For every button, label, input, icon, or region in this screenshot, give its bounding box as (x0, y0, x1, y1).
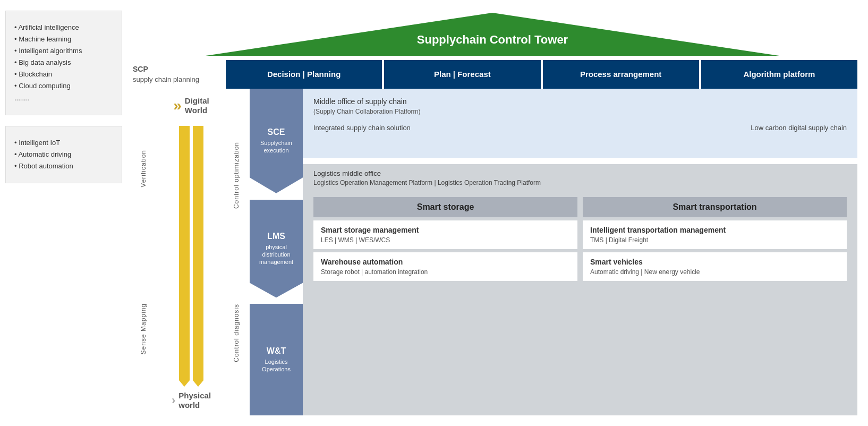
sce-integrated-label: Integrated supply chain solution (313, 124, 411, 132)
lms-label: LMS (267, 232, 285, 241)
tab-decision-planning: Decision | Planning (226, 60, 382, 89)
tech-item-7: ........ (14, 92, 113, 104)
sce-middle-office-subtitle: (Supply Chain Collaboration Platform) (313, 108, 847, 115)
sce-label: SCE (268, 127, 285, 137)
control-diagnosis-label: Control diagnosis (233, 304, 240, 362)
lms-logistics-title: Logistics middle office (313, 169, 847, 177)
tab-plan-forecast: Plan | Forecast (384, 60, 540, 89)
tech-box: • Artificial intelligence • Machine lear… (5, 11, 122, 115)
control-tower-wrapper: Supplychain Control Tower (127, 11, 857, 60)
lms-panel: Logistics middle office Logistics Operat… (303, 164, 857, 192)
smart-storage-title: Smart storage (313, 197, 577, 217)
sce-sublabel: Supplychainexecution (260, 139, 292, 155)
iot-item-2: • Automatic driving (14, 149, 113, 160)
wt-label: W&T (267, 346, 286, 356)
verification-label: Verification (138, 146, 149, 192)
yellow-arrow-2 (193, 126, 203, 380)
wt-panel: Smart storage Smart storage management L… (303, 192, 857, 415)
body-area: Verification Sense Mapping » DigitalWorl… (127, 89, 857, 415)
center-blocks-col: SCE Supplychainexecution LMS physicaldis… (250, 89, 303, 415)
scp-label: SCP supply chain planning (127, 60, 226, 89)
tech-item-4: • Big data analysis (14, 57, 113, 69)
digital-world-label: DigitalWorld (185, 96, 209, 115)
sidebar: • Artificial intelligence • Machine lear… (5, 11, 122, 415)
control-labels-col: Control optimization Control diagnosis (223, 89, 250, 415)
warehouse-automation-subtitle: Storage robot | automation integration (321, 268, 570, 276)
gap-2 (250, 297, 303, 304)
tech-list: • Artificial intelligence • Machine lear… (14, 22, 113, 104)
wt-block: W&T LogisticsOperations (250, 304, 303, 415)
tech-item-2: • Machine learning (14, 33, 113, 45)
smart-storage-mgmt-title: Smart storage management (321, 226, 570, 234)
sce-panel: Middle office of supply chain (Supply Ch… (303, 89, 857, 158)
tech-item-5: • Blockchain (14, 69, 113, 80)
world-arrows-col: » DigitalWorld (159, 89, 223, 415)
iot-item-3: • Robot automation (14, 160, 113, 172)
warehouse-automation-title: Warehouse automation (321, 258, 570, 266)
single-chevron-icon: › (172, 395, 175, 406)
intelligent-transport-mgmt-subtitle: TMS | Digital Freight (590, 236, 839, 244)
physical-world-label: Physicalworld (178, 391, 211, 410)
lms-logistics-subtitle: Logistics Operation Management Platform … (313, 179, 847, 186)
wt-grid: Smart storage Smart storage management L… (313, 197, 847, 415)
control-tower-title: Supplychain Control Tower (417, 33, 568, 46)
yellow-arrow-1 (179, 126, 190, 380)
smart-transport-title: Smart transportation (583, 197, 847, 217)
tech-item-6: • Cloud computing (14, 80, 113, 92)
smart-transport-card-2: Smart vehicles Automatic driving | New e… (583, 252, 847, 281)
smart-vehicles-subtitle: Automatic driving | New energy vehicle (590, 268, 839, 276)
smart-storage-card-1: Smart storage management LES | WMS | WES… (313, 220, 577, 249)
smart-storage-section: Smart storage Smart storage management L… (313, 197, 577, 410)
control-tower-svg: Supplychain Control Tower (127, 11, 857, 58)
smart-storage-mgmt-subtitle: LES | WMS | WES/WCS (321, 236, 570, 244)
panel-gap-1 (303, 158, 857, 164)
tab-process-arrangement: Process arrangement (543, 60, 699, 89)
scp-sub-label: supply chain planning (133, 75, 220, 84)
digital-world-row: » DigitalWorld (173, 89, 209, 121)
intelligent-transport-mgmt-title: Intelligent transportation management (590, 226, 839, 234)
sce-row2: Integrated supply chain solution Low car… (313, 124, 847, 132)
tab-algorithm-platform: Algorithm platform (701, 60, 857, 89)
tech-item-3: • Intelligent algorithms (14, 45, 113, 57)
control-optimization-label: Control optimization (233, 142, 240, 209)
physical-world-row: › Physicalworld (172, 386, 211, 415)
gap-1 (250, 193, 303, 200)
double-chevron-icon: » (173, 98, 182, 113)
scp-main-label: SCP (133, 64, 220, 75)
main-content: Supplychain Control Tower SCP supply cha… (127, 11, 857, 415)
wt-sublabel: LogisticsOperations (262, 358, 291, 373)
iot-box: • Intelligent IoT • Automatic driving • … (5, 126, 122, 183)
sce-block: SCE Supplychainexecution (250, 89, 303, 193)
smart-vehicles-title: Smart vehicles (590, 258, 839, 266)
page-wrapper: • Artificial intelligence • Machine lear… (0, 0, 868, 426)
tech-item-1: • Artificial intelligence (14, 22, 113, 33)
right-panels: Middle office of supply chain (Supply Ch… (303, 89, 857, 415)
sce-low-carbon-label: Low carbon digital supply chain (751, 124, 847, 132)
vertical-labels-col: Verification Sense Mapping (127, 89, 159, 415)
smart-transport-section: Smart transportation Intelligent transpo… (583, 197, 847, 410)
smart-storage-card-2: Warehouse automation Storage robot | aut… (313, 252, 577, 281)
sce-middle-office-title: Middle office of supply chain (313, 97, 847, 106)
iot-item-1: • Intelligent IoT (14, 137, 113, 149)
smart-transport-card-1: Intelligent transportation management TM… (583, 220, 847, 249)
sense-mapping-label: Sense Mapping (138, 299, 149, 359)
header-tabs: Decision | Planning Plan | Forecast Proc… (226, 60, 857, 89)
lms-block: LMS physicaldistributionmanagement (250, 200, 303, 297)
yellow-arrows-group (179, 121, 203, 386)
header-row: SCP supply chain planning Decision | Pla… (127, 60, 857, 89)
lms-sublabel: physicaldistributionmanagement (259, 243, 293, 266)
